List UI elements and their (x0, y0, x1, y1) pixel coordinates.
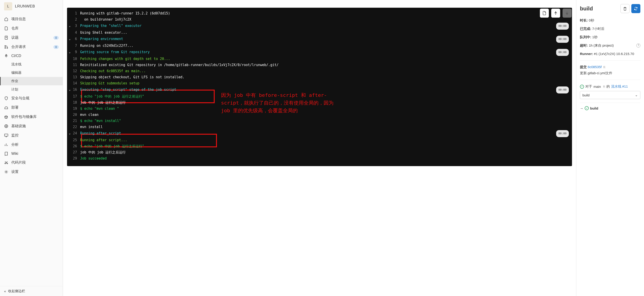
collapse-sidebar-button[interactable]: « 收起侧边栏 (0, 286, 63, 296)
log-line: 10Fetching changes with git depth set to… (67, 56, 572, 62)
nav-badge: 0 (54, 36, 59, 40)
merge-icon (4, 45, 8, 49)
log-text: Preparing environment (80, 36, 556, 42)
nav-item-analytics[interactable]: 分析 (0, 140, 63, 149)
log-line: 1Running with gitlab-runner 15.2.2 (6d07… (67, 10, 572, 16)
line-number: 2 (67, 16, 80, 23)
log-text: job 中的 job 运行之后运行 (80, 149, 569, 155)
time-badge: 00:00 (556, 130, 569, 137)
nav-label: 项目信息 (11, 17, 59, 21)
nav-label: CI/CD (11, 54, 59, 58)
nav-item-rocket[interactable]: CI/CD (0, 52, 63, 60)
log-line: 19$ echo "mvn clean " (67, 106, 572, 112)
svg-point-2 (5, 47, 6, 48)
show-raw-button[interactable] (540, 8, 549, 18)
nav-item-merge[interactable]: 合并请求0 (0, 42, 63, 52)
chevron-down-icon[interactable]: ⌄ (69, 23, 71, 29)
log-text: $ echo "mvn install" (80, 118, 569, 124)
sub-item[interactable]: 流水线 (0, 60, 63, 69)
line-number: 1 (67, 10, 80, 16)
log-text: Running on c5249d1c22f7... (80, 43, 569, 49)
nav-item-package[interactable]: 软件包与镜像库 (0, 112, 63, 122)
log-line: 7Running on c5249d1c22f7... (67, 43, 572, 49)
line-number: 18 (67, 100, 80, 106)
line-number: 21 (67, 118, 80, 124)
commit-message: 更新.gitlab-ci.yml文件 (580, 70, 640, 76)
nav-item-settings[interactable]: 设置 (0, 167, 63, 177)
scroll-bottom-button[interactable] (562, 8, 572, 18)
log-line: 27job 中的 job 运行之后运行 (67, 149, 572, 155)
nav-item-home[interactable]: 项目信息 (0, 14, 63, 24)
svg-point-1 (5, 45, 6, 46)
chevron-down-icon[interactable]: ⌄ (69, 36, 71, 42)
log-line: 22mvn install (67, 124, 572, 130)
time-badge: 00:00 (556, 49, 569, 56)
line-number: 29 (67, 155, 80, 162)
log-line: 12Checking out 6c08535f as main... (67, 68, 572, 74)
job-link-row[interactable]: → ✓ build (580, 103, 640, 110)
nav-item-snippet[interactable]: 代码片段 (0, 158, 63, 167)
copy-branch-icon[interactable]: ⎘ (603, 85, 605, 88)
log-line: ⌄3Preparing the "shell" executor00:00 (67, 23, 572, 30)
log-text: $ echo "job 中的 job 运行之后运行" (80, 143, 569, 149)
line-number: 14 (67, 80, 80, 86)
nav-item-shield[interactable]: 安全与合规 (0, 94, 63, 103)
retry-job-button[interactable] (631, 4, 640, 13)
chevron-down-icon[interactable]: ⌄ (69, 130, 71, 136)
main-area: 因为 job 中有 before-script 和 after-script，就… (63, 0, 644, 296)
nav-item-deploy[interactable]: 部署 (0, 103, 63, 112)
log-line: 29Job succeeded (67, 155, 572, 162)
log-text: Job succeeded (80, 155, 569, 162)
commit-hash-link[interactable]: 6c08535f (588, 65, 602, 69)
copy-commit-icon[interactable]: ⎘ (604, 65, 605, 69)
pipeline-link[interactable]: 流水线 #11 (611, 84, 628, 89)
log-line: ⌄9Getting source from Git repository00:0… (67, 49, 572, 56)
sub-item[interactable]: 计划 (0, 85, 63, 94)
svg-point-3 (7, 47, 8, 48)
log-toolbar (540, 8, 572, 18)
log-line: 11Reinitialized existing Git repository … (67, 62, 572, 68)
chevron-down-icon: ⌄ (635, 93, 638, 97)
line-number: 12 (67, 68, 80, 74)
sidebar-header: L LRUNWEB (0, 0, 63, 14)
log-text: Executing "step_script" stage of the job… (80, 87, 556, 93)
svg-point-9 (7, 163, 8, 164)
sub-item[interactable]: 编辑器 (0, 69, 63, 77)
sub-item[interactable]: 作业 (0, 77, 63, 85)
nav-badge: 0 (54, 45, 59, 49)
scroll-top-button[interactable] (551, 8, 560, 18)
nav-item-wiki[interactable]: Wiki (0, 149, 63, 158)
chevron-down-icon[interactable]: ⌄ (69, 49, 71, 55)
time-badge: 00:00 (556, 23, 569, 30)
stage-dropdown[interactable]: build ⌄ (580, 91, 640, 99)
nav-label: 设置 (11, 170, 59, 174)
nav-item-issue[interactable]: 议题0 (0, 33, 63, 42)
nav-item-repo[interactable]: 仓库 (0, 24, 63, 33)
arrow-right-icon: → (580, 106, 583, 110)
chevron-down-icon[interactable]: ⌄ (69, 86, 71, 93)
log-line: 2 on buildrunner 1xVj7c2X (67, 16, 572, 23)
svg-point-12 (567, 15, 567, 15)
log-text: Preparing the "shell" executor (80, 23, 556, 29)
delete-job-button[interactable] (620, 4, 630, 13)
line-number: 22 (67, 124, 80, 130)
time-badge: 00:00 (556, 86, 569, 93)
log-text: Reinitialized existing Git repository in… (80, 62, 569, 68)
nav-item-monitor[interactable]: 监控 (0, 131, 63, 140)
nav-label: 合并请求 (11, 44, 50, 49)
trash-icon (623, 7, 627, 11)
chevron-left-icon: « (4, 289, 6, 293)
success-icon: ✓ (580, 85, 584, 89)
issue-icon (4, 36, 8, 40)
log-line: 18job 中的 job 运行之前运行 (67, 100, 572, 106)
home-icon (4, 17, 8, 21)
line-number: 7 (67, 43, 80, 49)
line-number: 19 (67, 106, 80, 112)
log-body[interactable]: 因为 job 中有 before-script 和 after-script，就… (67, 8, 572, 166)
log-text: Running after_script (80, 130, 556, 136)
nav-label: 监控 (11, 133, 59, 138)
details-header: build (580, 4, 640, 13)
help-icon[interactable]: ? (636, 43, 640, 47)
nav-label: 分析 (11, 142, 59, 147)
nav-item-infra[interactable]: 基础设施 (0, 122, 63, 131)
